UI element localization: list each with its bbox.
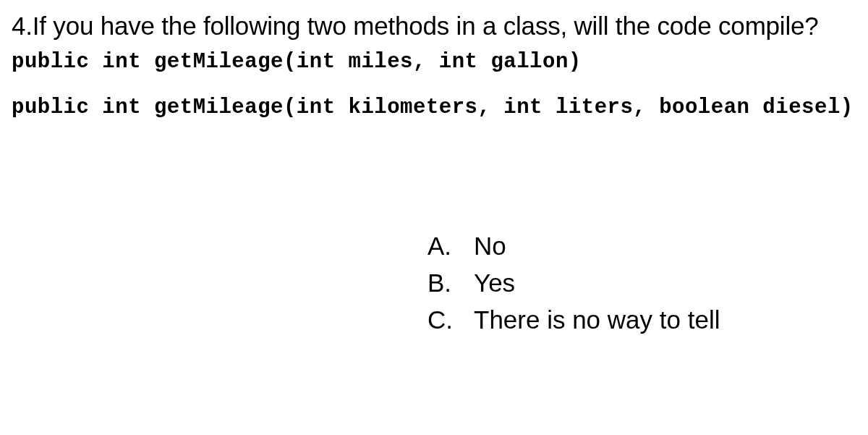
code-snippet-line-2: public int getMileage(int kilometers, in… xyxy=(12,96,859,119)
answer-label: A. xyxy=(427,228,454,265)
code-snippet-line-1: public int getMileage(int miles, int gal… xyxy=(12,50,859,74)
answer-options: A. No B. Yes C. There is no way to tell xyxy=(427,228,859,338)
answer-text: No xyxy=(474,228,506,265)
question-body: If you have the following two methods in… xyxy=(33,12,819,40)
answer-option-b: B. Yes xyxy=(427,265,859,302)
answer-text: There is no way to tell xyxy=(474,302,720,339)
answer-label: C. xyxy=(427,302,454,339)
question-text: 4.If you have the following two methods … xyxy=(12,9,859,43)
question-number: 4. xyxy=(12,12,33,40)
answer-text: Yes xyxy=(474,265,515,302)
answer-option-c: C. There is no way to tell xyxy=(427,302,859,339)
answer-option-a: A. No xyxy=(427,228,859,265)
answer-label: B. xyxy=(427,265,454,302)
